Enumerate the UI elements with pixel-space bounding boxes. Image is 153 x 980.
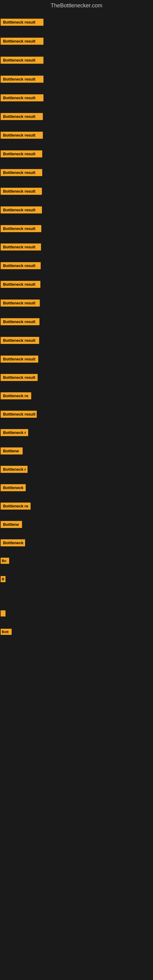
bottleneck-item: Bottleneck result (1, 38, 43, 46)
bottleneck-item (1, 610, 5, 618)
bottleneck-label: Bottleneck result (1, 94, 43, 101)
bottleneck-label: Bottleneck result (1, 132, 43, 139)
bottleneck-label: Bottleneck result (1, 337, 39, 344)
bottleneck-label: Bottleneck result (1, 188, 42, 195)
bottleneck-item: Bottlene (1, 521, 22, 529)
bottleneck-item: Bottleneck result (1, 374, 38, 382)
bottleneck-label: B (1, 576, 5, 582)
bottleneck-label: Bottleneck (1, 539, 25, 546)
bottleneck-label: Bottleneck result (1, 76, 43, 83)
bottleneck-item: Bottleneck r (1, 466, 27, 474)
bottleneck-label: Bottleneck result (1, 374, 38, 381)
bottleneck-label: Bottleneck result (1, 411, 37, 418)
bottleneck-label: Bottleneck result (1, 225, 41, 232)
bottleneck-item: Bottleneck result (1, 411, 37, 419)
bottleneck-item: Bottleneck re (1, 392, 31, 401)
bottleneck-label: Bottleneck result (1, 281, 40, 288)
bottleneck-item: Bottleneck result (1, 337, 39, 345)
bottleneck-item: Bottleneck result (1, 76, 43, 84)
bottleneck-item: Bottlene (1, 447, 22, 456)
bottleneck-label: Bottleneck result (1, 150, 42, 158)
bottleneck-label: Bottleneck result (1, 169, 42, 176)
bottleneck-item: Bottleneck result (1, 318, 40, 326)
bottleneck-item: Bottleneck result (1, 113, 43, 121)
bottleneck-item: Bottleneck r (1, 429, 28, 438)
bottleneck-item: Bottleneck result (1, 207, 42, 215)
bottleneck-item: Bottleneck result (1, 356, 38, 364)
bottleneck-label: Bottleneck r (1, 466, 27, 473)
bottleneck-item: Bottleneck result (1, 262, 41, 270)
bottleneck-item: Bottleneck result (1, 281, 40, 289)
bottleneck-label: Bottleneck result (1, 19, 43, 26)
bottleneck-label: Bottleneck result (1, 318, 40, 325)
bottleneck-item: Bottleneck re (1, 503, 30, 511)
bottleneck-item: Bott (1, 629, 12, 636)
bottleneck-label: Bottleneck result (1, 113, 43, 120)
bottleneck-item: Bottleneck result (1, 225, 41, 233)
bottleneck-label: Bottleneck result (1, 57, 43, 64)
bottleneck-label: Bottleneck result (1, 356, 38, 363)
bottleneck-item: Bottleneck result (1, 19, 43, 27)
bottleneck-label: Bottleneck (1, 484, 26, 491)
bottleneck-item: Bottleneck result (1, 188, 42, 196)
bottleneck-item: Bottleneck result (1, 132, 43, 140)
bottleneck-label: Bo (1, 558, 9, 564)
bottleneck-label: Bottlene (1, 521, 22, 528)
bottleneck-label: Bottleneck result (1, 243, 41, 250)
bottleneck-label: Bottleneck re (1, 503, 30, 510)
bottleneck-item: Bottleneck result (1, 94, 43, 103)
bottleneck-item: Bo (1, 558, 9, 565)
bottleneck-item: Bottleneck (1, 484, 26, 492)
bottleneck-label: Bottleneck result (1, 207, 42, 213)
bottleneck-item: Bottleneck result (1, 150, 42, 159)
bottleneck-item: Bottleneck result (1, 299, 40, 308)
bottleneck-label: Bottlene (1, 447, 22, 455)
bottleneck-label: Bottleneck r (1, 429, 28, 436)
bottleneck-label: Bottleneck result (1, 299, 40, 307)
bottleneck-label: Bottleneck result (1, 38, 43, 45)
bottleneck-label: Bottleneck re (1, 392, 31, 399)
bottleneck-label: Bottleneck result (1, 262, 41, 269)
bottleneck-item: Bottleneck result (1, 243, 41, 252)
bottleneck-item: B (1, 576, 5, 584)
bottleneck-label: Bott (1, 629, 12, 635)
bottleneck-item: Bottleneck (1, 539, 25, 547)
bottleneck-item: Bottleneck result (1, 57, 43, 65)
site-title: TheBottlenecker.com (0, 0, 153, 10)
bottleneck-item: Bottleneck result (1, 169, 42, 177)
